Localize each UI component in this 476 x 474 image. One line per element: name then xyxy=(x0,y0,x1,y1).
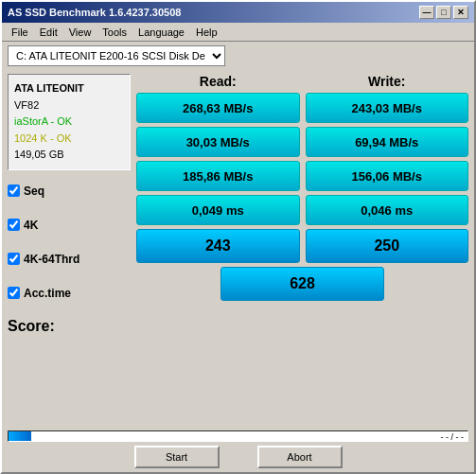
device-model: VF82 xyxy=(14,97,124,114)
acctime-write-cell: 0,046 ms xyxy=(306,195,469,225)
4k64-read-cell: 185,86 MB/s xyxy=(136,161,300,191)
acctime-label: Acc.time xyxy=(24,287,71,300)
score-section: Score: xyxy=(8,312,131,335)
close-button[interactable]: ✕ xyxy=(453,6,468,19)
menu-language[interactable]: Language xyxy=(132,26,190,39)
4k-write-cell: 69,94 MB/s xyxy=(306,127,469,157)
progress-bar-fill xyxy=(9,431,31,441)
4k64-label: 4K-64Thrd xyxy=(24,253,79,266)
right-panel: Read: Write: 268,63 MB/s 243,03 MB/s 30,… xyxy=(136,74,468,423)
menu-view[interactable]: View xyxy=(63,26,97,39)
read-header: Read: xyxy=(136,74,300,89)
main-content: ATA LITEONIT VF82 iaStorA - OK 1024 K - … xyxy=(2,70,474,427)
menu-file[interactable]: File xyxy=(6,26,34,39)
acctime-read-cell: 0,049 ms xyxy=(136,195,300,225)
4k64-checkbox[interactable] xyxy=(8,253,20,265)
column-headers: Read: Write: xyxy=(136,74,468,89)
bench-4k64-label-row: 4K-64Thrd xyxy=(8,244,131,274)
menu-help[interactable]: Help xyxy=(190,26,223,39)
score-write-cell: 250 xyxy=(306,229,469,263)
4k-label: 4K xyxy=(24,219,38,232)
menu-tools[interactable]: Tools xyxy=(97,26,132,39)
4k64-result-row: 185,86 MB/s 156,06 MB/s xyxy=(136,161,468,191)
block-size-status: 1024 K - OK xyxy=(14,131,124,148)
window-controls: — □ ✕ xyxy=(419,6,468,19)
seq-write-cell: 243,03 MB/s xyxy=(306,93,469,123)
score-total-cell: 628 xyxy=(220,267,384,301)
button-row: Start Abort xyxy=(8,446,468,468)
device-select[interactable]: C: ATA LITEONIT E200-16 SCSI Disk Device xyxy=(8,45,225,66)
toolbar: C: ATA LITEONIT E200-16 SCSI Disk Device xyxy=(2,42,474,70)
4k-read-cell: 30,03 MB/s xyxy=(136,127,300,157)
device-name: ATA LITEONIT xyxy=(14,80,124,97)
acctime-checkbox[interactable] xyxy=(8,287,20,299)
progress-bar-container: - - / - - xyxy=(8,430,468,442)
main-window: AS SSD Benchmark 1.6.4237.30508 — □ ✕ Fi… xyxy=(0,0,476,474)
left-panel: ATA LITEONIT VF82 iaStorA - OK 1024 K - … xyxy=(8,74,131,423)
maximize-button[interactable]: □ xyxy=(436,6,451,19)
device-info: ATA LITEONIT VF82 iaStorA - OK 1024 K - … xyxy=(8,74,131,170)
bench-4k-label-row: 4K xyxy=(8,210,131,240)
results-grid: 268,63 MB/s 243,03 MB/s 30,03 MB/s 69,94… xyxy=(136,93,468,225)
bench-acctime-label-row: Acc.time xyxy=(8,278,131,308)
4k-checkbox[interactable] xyxy=(8,219,20,231)
window-title: AS SSD Benchmark 1.6.4237.30508 xyxy=(8,7,181,18)
score-values-row: 243 250 xyxy=(136,229,468,263)
bottom-section: - - / - - Start Abort xyxy=(2,427,474,472)
menu-edit[interactable]: Edit xyxy=(34,26,63,39)
seq-result-row: 268,63 MB/s 243,03 MB/s xyxy=(136,93,468,123)
start-button[interactable]: Start xyxy=(134,446,220,468)
score-total-row: 628 xyxy=(136,267,468,301)
seq-checkbox[interactable] xyxy=(8,184,20,197)
write-header: Write: xyxy=(306,74,469,89)
title-bar: AS SSD Benchmark 1.6.4237.30508 — □ ✕ xyxy=(2,2,474,23)
seq-label: Seq xyxy=(24,184,44,198)
iastora-status: iaStorA - OK xyxy=(14,114,124,131)
score-read-cell: 243 xyxy=(136,229,300,263)
minimize-button[interactable]: — xyxy=(419,6,434,19)
progress-text: - - / - - xyxy=(441,431,465,442)
abort-button[interactable]: Abort xyxy=(257,446,343,468)
seq-read-cell: 268,63 MB/s xyxy=(136,93,300,123)
benchmark-labels: Seq 4K 4K-64Thrd Acc.time xyxy=(8,176,131,308)
device-size: 149,05 GB xyxy=(14,147,124,164)
menu-bar: File Edit View Tools Language Help xyxy=(2,23,474,42)
acctime-result-row: 0,049 ms 0,046 ms xyxy=(136,195,468,225)
bench-seq-label-row: Seq xyxy=(8,176,131,206)
4k64-write-cell: 156,06 MB/s xyxy=(306,161,469,191)
score-label: Score: xyxy=(8,318,131,335)
4k-result-row: 30,03 MB/s 69,94 MB/s xyxy=(136,127,468,157)
